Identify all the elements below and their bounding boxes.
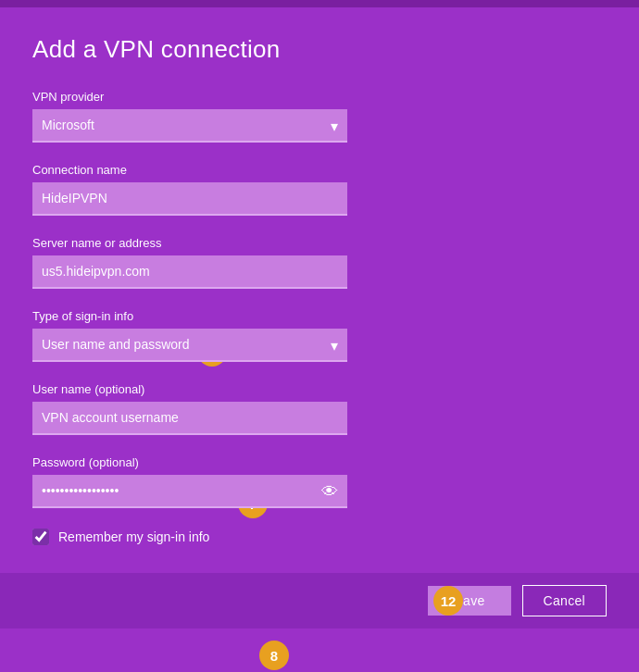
connection-name-group: Connection name 6 <box>32 163 607 216</box>
vpn-provider-label: VPN provider <box>32 90 607 104</box>
form-container: Add a VPN connection VPN provider Micros… <box>0 7 639 573</box>
remember-checkbox[interactable] <box>32 529 49 545</box>
vpn-provider-select-wrapper: Microsoft Windows (built-in) <box>32 109 347 143</box>
badge-8: 8 <box>259 641 289 670</box>
connection-name-label: Connection name <box>32 163 607 177</box>
vpn-provider-group: VPN provider Microsoft Windows (built-in… <box>32 90 607 143</box>
save-button[interactable]: Save <box>428 586 510 616</box>
password-wrapper: 👁 <box>32 475 347 508</box>
connection-name-input[interactable] <box>32 182 347 216</box>
sign-in-type-label: Type of sign-in info <box>32 309 607 323</box>
remember-label: Remember my sign-in info <box>58 529 209 544</box>
server-name-group: Server name or address 7 <box>32 236 607 289</box>
username-group: User name (optional) 10 <box>32 382 607 435</box>
server-name-label: Server name or address <box>32 236 607 250</box>
sign-in-type-select[interactable]: User name and password Certificate Smart… <box>32 329 347 362</box>
page-title: Add a VPN connection <box>32 35 607 64</box>
show-password-icon[interactable]: 👁 <box>321 482 338 502</box>
username-input[interactable] <box>32 402 347 435</box>
sign-in-type-group: Type of sign-in info User name and passw… <box>32 309 607 362</box>
password-input[interactable] <box>32 475 347 508</box>
cancel-button[interactable]: Cancel <box>522 585 607 616</box>
server-name-input[interactable] <box>32 255 347 289</box>
username-label: User name (optional) <box>32 382 607 396</box>
top-bar <box>0 0 639 7</box>
bottom-bar: 12 Save Cancel <box>0 573 639 628</box>
remember-row: Remember my sign-in info <box>32 529 607 545</box>
password-group: Password (optional) 👁 11 <box>32 455 607 508</box>
vpn-provider-select[interactable]: Microsoft Windows (built-in) <box>32 109 347 143</box>
sign-in-type-select-wrapper: User name and password Certificate Smart… <box>32 329 347 362</box>
password-label: Password (optional) <box>32 455 607 469</box>
